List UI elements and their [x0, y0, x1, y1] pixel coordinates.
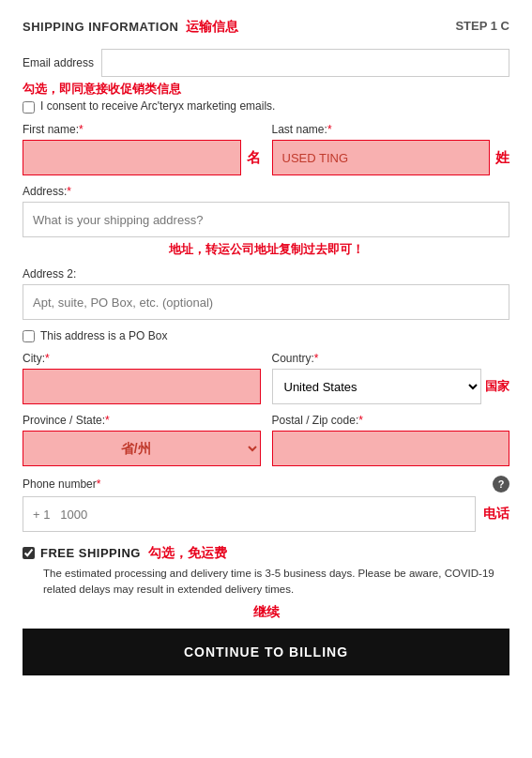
country-label: Country:*: [272, 352, 510, 365]
email-label: Email address: [23, 56, 94, 69]
phone-label-row: Phone number* ?: [23, 476, 509, 493]
last-name-input[interactable]: [272, 140, 491, 175]
postal-label: Postal / Zip code:*: [272, 414, 510, 427]
header: SHIPPING INFORMATION 运输信息 STEP 1 C: [23, 19, 509, 36]
postal-input[interactable]: 邮编: [272, 431, 510, 466]
phone-help-icon[interactable]: ?: [493, 476, 509, 493]
first-name-cn: 名: [247, 149, 261, 167]
name-row: First name:* 名 Last name:* 姓: [23, 123, 509, 175]
continue-annotation: 继续: [23, 604, 509, 621]
po-box-row: This address is a PO Box: [23, 329, 509, 342]
consent-row: I consent to receive Arc'teryx marketing…: [23, 99, 509, 114]
first-name-input[interactable]: [23, 140, 241, 175]
address-section: Address:* 地址，转运公司地址复制过去即可！: [23, 185, 509, 258]
phone-input[interactable]: [23, 496, 476, 532]
free-shipping-label[interactable]: FREE SHIPPING 勾选，免运费: [40, 545, 227, 562]
country-select[interactable]: United States Canada Australia United Ki…: [272, 369, 482, 404]
free-shipping-section: FREE SHIPPING 勾选，免运费 The estimated proce…: [23, 545, 509, 599]
phone-cn-label: 电话: [483, 506, 509, 523]
city-field: City:* 城市: [23, 352, 261, 404]
consent-label[interactable]: I consent to receive Arc'teryx marketing…: [40, 99, 275, 113]
country-field: Country:* United States Canada Australia…: [272, 352, 510, 404]
consent-checkbox[interactable]: [23, 101, 35, 114]
province-select[interactable]: 省/州 Alabama Alaska Arizona California Ne…: [23, 431, 261, 466]
city-label: City:*: [23, 352, 261, 365]
free-shipping-row: FREE SHIPPING 勾选，免运费: [23, 545, 509, 562]
last-name-cn: 姓: [495, 149, 509, 167]
city-country-row: City:* 城市 Country:* United States Canada…: [23, 352, 509, 404]
free-shipping-checkbox[interactable]: [23, 547, 35, 559]
continue-button[interactable]: CONTINUE TO BILLING: [23, 629, 509, 675]
step-label: STEP 1 C: [455, 19, 509, 33]
postal-field: Postal / Zip code:* 邮编: [272, 414, 510, 466]
email-section: Email address 勾选，即同意接收促销类信息 I consent to…: [23, 49, 509, 114]
free-shipping-text: FREE SHIPPING: [40, 546, 141, 560]
po-box-label[interactable]: This address is a PO Box: [40, 329, 167, 342]
free-shipping-annotation: 勾选，免运费: [148, 545, 227, 560]
address2-section: Address 2:: [23, 267, 509, 320]
province-zip-row: Province / State:* 省/州 Alabama Alaska Ar…: [23, 414, 509, 466]
address-label: Address:*: [23, 185, 509, 198]
last-name-label: Last name:*: [272, 123, 510, 136]
address2-label: Address 2:: [23, 267, 509, 280]
shipping-note: The estimated processing and delivery ti…: [43, 566, 509, 599]
first-name-field: First name:* 名: [23, 123, 261, 175]
address2-input[interactable]: [23, 284, 509, 320]
first-name-label: First name:*: [23, 123, 261, 136]
country-cn-label: 国家: [485, 378, 509, 395]
phone-section: Phone number* ? 电话: [23, 476, 509, 532]
po-box-checkbox[interactable]: [23, 330, 35, 342]
email-row: Email address: [23, 49, 509, 77]
title-en: SHIPPING INFORMATION: [23, 20, 178, 34]
city-input[interactable]: 城市: [23, 369, 261, 404]
province-field: Province / State:* 省/州 Alabama Alaska Ar…: [23, 414, 261, 466]
address-annotation: 地址，转运公司地址复制过去即可！: [23, 241, 509, 258]
email-input[interactable]: [101, 49, 509, 77]
address-input[interactable]: [23, 202, 509, 237]
province-label: Province / State:*: [23, 414, 261, 427]
phone-input-row: 电话: [23, 496, 509, 532]
last-name-field: Last name:* 姓: [272, 123, 510, 175]
page-title: SHIPPING INFORMATION 运输信息: [23, 19, 238, 36]
title-cn: 运输信息: [186, 19, 238, 34]
email-annotation: 勾选，即同意接收促销类信息: [23, 82, 181, 96]
phone-label: Phone number*: [23, 478, 100, 491]
